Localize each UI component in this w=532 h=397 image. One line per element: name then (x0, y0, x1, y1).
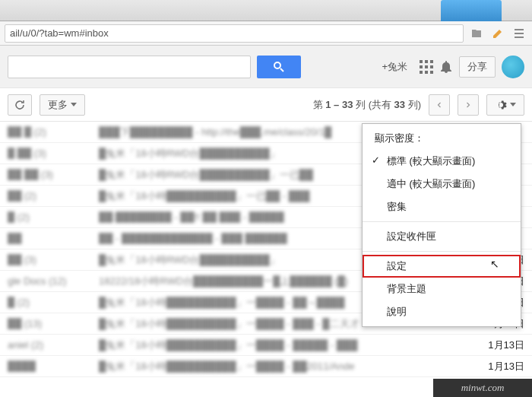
settings-menu: 顯示密度： 標準 (較大顯示畫面) 適中 (較大顯示畫面) 密集 設定收件匣 設… (362, 123, 521, 327)
more-label: 更多 (48, 98, 68, 112)
header-bar: +兔米 分享 (0, 46, 532, 88)
apps-icon[interactable] (420, 60, 433, 74)
svg-rect-9 (430, 71, 433, 74)
svg-rect-2 (425, 60, 428, 63)
chevron-down-icon (71, 103, 77, 106)
mail-sender: ██ (3) (8, 254, 99, 265)
plus-link[interactable]: +兔米 (375, 60, 413, 74)
edit-icon[interactable] (489, 25, 506, 42)
mail-subject: █兔米「18小時██████████」一████ - █████ - ███ (99, 338, 471, 352)
search-icon (273, 61, 285, 73)
mail-row[interactable]: aniel (2)█兔米「18小時██████████」一████ - ████… (0, 335, 532, 356)
mail-row[interactable]: █████兔米「18小時██████████」一████ - ██2011/An… (0, 356, 532, 377)
gear-icon (495, 99, 507, 111)
svg-rect-3 (430, 60, 433, 63)
more-button[interactable]: 更多 (40, 94, 85, 116)
toolbar: 更多 第 1 – 33 列 (共有 33 列) (0, 88, 532, 122)
mail-sender: █ ██ (3) (8, 148, 99, 159)
refresh-icon (14, 99, 26, 111)
refresh-button[interactable] (8, 94, 32, 116)
prev-page-button[interactable] (429, 94, 450, 116)
menu-icon[interactable] (511, 25, 527, 42)
mail-sender: ██ (13) (8, 318, 99, 329)
search-input[interactable] (8, 56, 251, 78)
themes-item[interactable]: 背景主題 (363, 278, 521, 300)
mail-subject: █兔米「18小時██████████」一████ - ██2011/Ande (99, 360, 471, 373)
chevron-left-icon (437, 101, 442, 109)
address-bar (0, 21, 532, 46)
mail-sender: ████ (8, 360, 99, 372)
url-input[interactable] (5, 24, 464, 43)
mail-sender: ██ █ (2) (8, 126, 99, 138)
svg-rect-4 (420, 65, 423, 68)
mail-date: 1月13日 (471, 360, 524, 373)
configure-inbox[interactable]: 設定收件匣 (363, 225, 521, 248)
svg-rect-5 (425, 65, 428, 68)
svg-rect-1 (420, 60, 423, 63)
help-item[interactable]: 說明 (363, 300, 521, 323)
density-cozy[interactable]: 適中 (較大顯示畫面) (363, 173, 521, 195)
chevron-right-icon (466, 101, 470, 109)
chevron-down-icon (510, 103, 516, 106)
density-comfortable[interactable]: 標準 (較大顯示畫面) (363, 150, 521, 173)
mail-date: 1月13日 (471, 338, 524, 352)
avatar[interactable] (502, 56, 524, 78)
bookmark-manager-icon[interactable] (468, 25, 485, 42)
browser-tab-strip (0, 0, 532, 21)
density-compact[interactable]: 密集 (363, 195, 521, 218)
svg-rect-8 (425, 71, 428, 74)
bell-icon[interactable] (439, 60, 453, 74)
pagination-text: 第 1 – 33 列 (共有 33 列) (313, 98, 421, 112)
svg-point-0 (274, 62, 280, 68)
mail-sender: ██ ██ (3) (8, 169, 99, 180)
mail-sender: ██ (2) (8, 190, 99, 202)
density-header: 顯示密度： (363, 127, 521, 150)
svg-rect-6 (430, 65, 433, 68)
mail-sender: ██ (8, 233, 99, 244)
cursor-icon: ↖ (490, 258, 499, 270)
mail-sender: █ (2) (8, 297, 99, 308)
browser-tab[interactable] (441, 0, 502, 21)
svg-rect-7 (420, 71, 423, 74)
mail-sender: █ (2) (8, 211, 99, 223)
watermark: minwt.com (433, 379, 532, 397)
mail-sender: gle Docs (12) (8, 275, 99, 287)
next-page-button[interactable] (458, 94, 479, 116)
settings-button[interactable] (486, 94, 524, 116)
settings-item[interactable]: 設定 ↖ (363, 255, 521, 278)
mail-sender: aniel (2) (8, 339, 99, 351)
share-button[interactable]: 分享 (459, 56, 496, 78)
search-button[interactable] (257, 56, 301, 78)
